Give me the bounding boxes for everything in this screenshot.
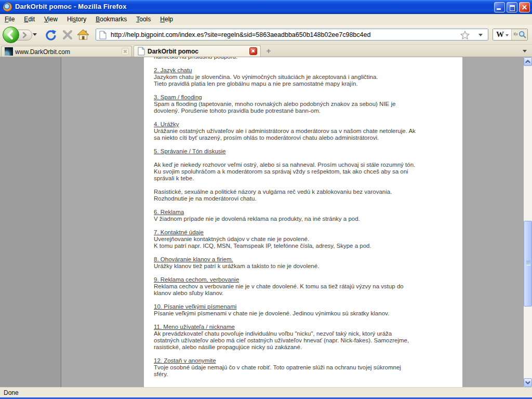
stop-icon bbox=[61, 29, 74, 41]
rule-paragraph: Uverejňovanie kontaktných údajov v chate… bbox=[154, 236, 457, 249]
menu-bookmarks[interactable]: Bookmarks bbox=[91, 14, 131, 23]
rule-heading: 10. Písanie veľkými písmenami bbox=[154, 303, 457, 310]
rule-paragraph: Písanie veľkými písmenami v chate nie je… bbox=[154, 310, 457, 317]
rule-heading: 4. Urážky bbox=[154, 121, 457, 128]
rule-section: 2. Jazyk chatuJazykom chatu je slovenčin… bbox=[154, 67, 457, 87]
menu-help[interactable]: Help bbox=[155, 14, 178, 23]
rule-heading: 8. Ohováranie klanov a firiem. bbox=[154, 256, 457, 263]
chevron-left-icon bbox=[3, 27, 19, 43]
rule-paragraph: Urážky klanov tiež patrí k urážkam a tak… bbox=[154, 263, 457, 270]
rule-heading: 6. Reklama bbox=[154, 209, 457, 216]
tab-label[interactable]: DarkOrbit pomoc bbox=[148, 48, 198, 55]
rule-section: 4. UrážkyUrážanie ostatných užívateľov a… bbox=[154, 121, 457, 141]
status-bar: Done bbox=[0, 387, 532, 397]
reload-button[interactable] bbox=[45, 29, 57, 41]
scrollbar-thumb[interactable] bbox=[524, 221, 532, 307]
back-button[interactable] bbox=[3, 26, 19, 43]
rule-heading: 3. Spam / flooding bbox=[154, 94, 457, 101]
search-engine-dropdown-icon[interactable] bbox=[506, 34, 509, 36]
rule-paragraph: Ak prevádzkovateľ chatu povoľuje individ… bbox=[154, 330, 457, 351]
chat-rules-list: 2. Jazyk chatuJazykom chatu je slovenčin… bbox=[154, 67, 457, 378]
navigation-toolbar: http://help.bigpoint.com/index.es?site=r… bbox=[0, 25, 532, 45]
rule-section: 10. Písanie veľkými písmenamiPísanie veľ… bbox=[154, 303, 457, 317]
search-go-area[interactable] bbox=[511, 29, 527, 40]
status-text: Done bbox=[4, 389, 19, 396]
rule-section: 3. Spam / floodingSpam a flooding (tapet… bbox=[154, 94, 457, 114]
chevron-down-icon bbox=[524, 379, 531, 387]
rule-section: 9. Reklama cechom, verbovanieReklama cec… bbox=[154, 276, 457, 297]
back-history-dropdown[interactable] bbox=[33, 33, 37, 36]
help-page: námietku na príslušnú podporu. 2. Jazyk … bbox=[144, 57, 462, 387]
rule-heading: 11. Meno užívateľa / nickname bbox=[154, 324, 457, 330]
rule-section: 5. Správanie / Tón diskusieAk keď je nie… bbox=[154, 148, 457, 202]
rule-paragraph: Reklama cechov a verbovanie nie je v cha… bbox=[154, 283, 457, 297]
rule-heading: 5. Správanie / Tón diskusie bbox=[154, 148, 457, 155]
darkorbit-favicon bbox=[5, 47, 13, 56]
rule-section: 12. Zostaň v anonymiteTvoje osobné údaje… bbox=[154, 357, 457, 378]
rule-heading: 2. Jazyk chatu bbox=[154, 67, 457, 74]
search-engine-icon[interactable]: W bbox=[496, 30, 504, 39]
tab-list-dropdown-button[interactable] bbox=[521, 47, 529, 55]
search-magnifier-icon[interactable] bbox=[518, 31, 526, 38]
tab-darkorbit-pomoc[interactable]: DarkOrbit pomoc bbox=[134, 45, 261, 57]
menu-view[interactable]: View bbox=[39, 14, 62, 23]
scrollbar-grip bbox=[526, 261, 530, 265]
search-box[interactable]: W bbox=[493, 29, 528, 41]
rule-paragraph: Spam a flooding (tapetovanie, mnoho rovn… bbox=[154, 101, 457, 114]
restore-icon bbox=[510, 5, 515, 11]
rule-heading: 12. Zostaň v anonymite bbox=[154, 357, 457, 364]
close-button[interactable] bbox=[519, 2, 530, 12]
menu-tools[interactable]: Tools bbox=[131, 14, 155, 23]
tab-close-button[interactable] bbox=[122, 48, 129, 55]
home-button[interactable] bbox=[77, 29, 89, 41]
new-tab-button[interactable]: + bbox=[264, 47, 273, 56]
tab-close-button[interactable] bbox=[249, 47, 257, 55]
rule-heading: 7. Kontaktné údaje bbox=[154, 229, 457, 236]
titlebar[interactable]: DarkOrbit pomoc - Mozilla Firefox bbox=[0, 0, 532, 14]
column-divider bbox=[61, 57, 61, 387]
menu-history[interactable]: History bbox=[62, 14, 91, 23]
reload-icon bbox=[45, 29, 57, 41]
page-icon bbox=[99, 31, 107, 39]
rule-paragraph: Ak keď je niekedy rozhovor veľmi ostrý, … bbox=[154, 162, 457, 182]
minimize-icon bbox=[497, 8, 501, 10]
minimize-button[interactable] bbox=[494, 2, 505, 12]
tab-label[interactable]: www.DarkOrbit.com bbox=[15, 48, 70, 56]
rule-paragraph: V žiadnom prípade nie je dovolená reklam… bbox=[154, 216, 457, 222]
rule-paragraph: Jazykom chatu je slovenčina. Vo výnimočn… bbox=[154, 74, 457, 87]
chevron-down-icon bbox=[523, 50, 527, 52]
menu-edit[interactable]: Edit bbox=[19, 14, 39, 23]
browser-viewport: námietku na príslušnú podporu. 2. Jazyk … bbox=[0, 57, 532, 387]
vertical-scrollbar[interactable] bbox=[524, 57, 532, 387]
firefox-icon bbox=[3, 3, 12, 11]
home-icon bbox=[77, 29, 89, 41]
restore-button[interactable] bbox=[507, 2, 517, 12]
url-text[interactable]: http://help.bigpoint.com/index.es?site=r… bbox=[111, 31, 370, 38]
window-title: DarkOrbit pomoc - Mozilla Firefox bbox=[15, 3, 127, 10]
menu-file[interactable]: File bbox=[0, 14, 19, 23]
rule-heading: 9. Reklama cechom, verbovanie bbox=[154, 276, 457, 283]
rule-paragraph: Urážanie ostatných užívateľov ale i admi… bbox=[154, 128, 457, 141]
chevron-up-icon bbox=[524, 58, 531, 65]
rule-section: 11. Meno užívateľa / nicknameAk prevádzk… bbox=[154, 324, 457, 351]
stop-button[interactable] bbox=[61, 29, 74, 41]
rule-paragraph: Tvoje osobné údaje nemajú čo v chate rob… bbox=[154, 364, 457, 378]
search-history-icon bbox=[514, 33, 515, 35]
rule-section: 6. ReklamaV žiadnom prípade nie je dovol… bbox=[154, 209, 457, 222]
clipped-text-top: námietku na príslušnú podporu. bbox=[154, 57, 457, 60]
rule-paragraph: Rasistické, sexuálne a politické názory … bbox=[154, 189, 457, 202]
tab-darkorbit-site[interactable]: www.DarkOrbit.com bbox=[1, 46, 132, 57]
scroll-up-button[interactable] bbox=[524, 57, 532, 66]
tab-strip: www.DarkOrbit.com DarkOrbit pomoc + bbox=[0, 45, 532, 57]
scroll-down-button[interactable] bbox=[524, 378, 532, 387]
page-icon bbox=[138, 47, 145, 56]
rule-section: 7. Kontaktné údajeUverejňovanie kontaktn… bbox=[154, 229, 457, 249]
firefox-window: DarkOrbit pomoc - Mozilla Firefox FileEd… bbox=[0, 0, 532, 399]
page-left-column bbox=[0, 57, 61, 387]
rule-section: 8. Ohováranie klanov a firiem.Urážky kla… bbox=[154, 256, 457, 270]
menu-bar: FileEditViewHistoryBookmarksToolsHelp bbox=[0, 14, 532, 25]
url-bar[interactable]: http://help.bigpoint.com/index.es?site=r… bbox=[96, 29, 488, 41]
url-dropdown-icon[interactable] bbox=[478, 34, 483, 36]
bookmark-star-icon[interactable] bbox=[460, 30, 470, 41]
